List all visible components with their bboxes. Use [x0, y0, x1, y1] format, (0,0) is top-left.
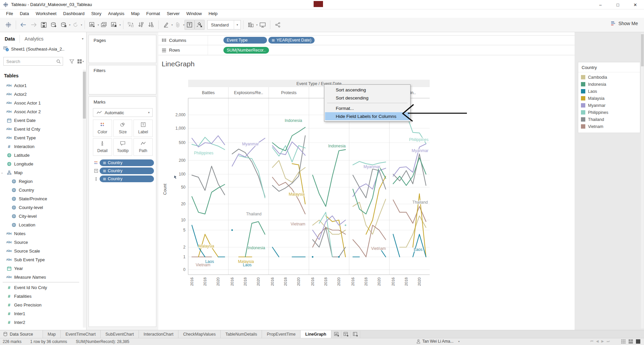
legend-item-myanmar[interactable]: Myanmar	[578, 102, 640, 109]
field-row-assoc-actor-1[interactable]: AbcAssoc Actor 1	[0, 98, 82, 107]
filters-card[interactable]: Filters	[89, 65, 156, 94]
pages-card[interactable]: Pages	[89, 35, 156, 63]
swap-rows-columns-icon[interactable]	[126, 20, 136, 30]
field-row-event-date[interactable]: Event Date	[0, 116, 82, 125]
user-account-dropdown[interactable]: Tan Wei Li Ama... ▾	[417, 339, 460, 344]
sheet-tab-data-source[interactable]: Data Source	[0, 330, 43, 338]
field-row-region[interactable]: Region	[0, 177, 82, 186]
minimize-button[interactable]: –	[592, 0, 609, 9]
right-scrollbar[interactable]	[641, 33, 644, 328]
highlight-icon[interactable]	[161, 20, 171, 30]
tableau-logo-icon[interactable]	[3, 20, 13, 30]
view-split-icon[interactable]	[629, 339, 633, 344]
new-worksheet-tab-icon[interactable]	[333, 331, 341, 338]
tooltip-button[interactable]: Tooltip	[113, 138, 132, 156]
tab-data[interactable]: Data	[0, 35, 19, 43]
field-row-fatalities[interactable]: #Fatalities	[0, 292, 82, 300]
sort-descending-icon[interactable]	[146, 20, 156, 30]
field-row-map[interactable]: ⌄Map	[0, 168, 82, 177]
menu-worksheet[interactable]: Worksheet	[32, 10, 60, 17]
menu-format[interactable]: Format	[143, 10, 163, 17]
show-text-labels-icon[interactable]	[184, 20, 195, 30]
search-input[interactable]	[3, 57, 63, 66]
field-row-city-level[interactable]: City-level	[0, 212, 82, 220]
field-row-interaction[interactable]: #Interaction	[0, 142, 82, 151]
data-pane-scrollbar[interactable]: ▾	[83, 70, 86, 328]
sheet-tab-eventtimechart[interactable]: EventTimeChart	[61, 330, 101, 338]
pill-country[interactable]: ⊞Country	[100, 159, 154, 166]
field-row-inter2[interactable]: #Inter2	[0, 318, 82, 327]
sheet-tab-interactionchart[interactable]: InteractionChart	[139, 330, 178, 338]
field-row-latitude[interactable]: Latitude	[0, 151, 82, 159]
field-row-notes[interactable]: AbcNotes	[0, 229, 82, 238]
undo-icon[interactable]	[18, 20, 29, 30]
nav-next-icon[interactable]: ▶	[601, 339, 604, 343]
filter-funnel-icon[interactable]	[69, 59, 74, 64]
save-icon[interactable]	[39, 20, 49, 30]
menu-map[interactable]: Map	[128, 10, 143, 17]
legend-item-philippines[interactable]: Philippines	[578, 109, 640, 116]
new-story-tab-icon[interactable]	[352, 331, 360, 338]
right-scrollbar-thumb[interactable]	[641, 34, 644, 66]
menu-data[interactable]: Data	[16, 10, 32, 17]
maximize-button[interactable]: □	[609, 0, 627, 9]
legend-item-cambodia[interactable]: Cambodia	[578, 74, 640, 81]
menu-dashboard[interactable]: Dashboard	[60, 10, 88, 17]
legend-item-indonesia[interactable]: Indonesia	[578, 81, 640, 88]
field-row-state-province[interactable]: State/Province	[0, 194, 82, 203]
field-row-geo-precision[interactable]: #Geo Precision	[0, 300, 82, 309]
nav-prev-icon[interactable]: ◀	[596, 339, 599, 343]
view-full-icon[interactable]	[636, 339, 640, 344]
data-source-item[interactable]: Sheet1 (Southeast-Asia_2..	[3, 46, 83, 52]
presentation-mode-icon[interactable]	[258, 20, 268, 30]
field-row-assoc-actor-2[interactable]: AbcAssoc Actor 2	[0, 107, 82, 116]
sheet-tab-propeventtime[interactable]: PropEventTime	[262, 330, 301, 338]
field-row-longitude[interactable]: Longitude	[0, 159, 82, 168]
field-row-county-level[interactable]: County-level	[0, 203, 82, 212]
scrollbar-thumb[interactable]	[83, 72, 86, 119]
view-grid-icon[interactable]	[621, 339, 626, 344]
pause-updates-icon[interactable]	[59, 20, 69, 30]
new-dashboard-tab-icon[interactable]	[342, 331, 351, 338]
color-button[interactable]: Color	[93, 120, 112, 137]
field-row-sub-event-type[interactable]: AbcSub Event Type	[0, 255, 82, 264]
refresh-icon[interactable]	[70, 20, 80, 30]
new-data-source-icon[interactable]	[49, 20, 59, 30]
show-me-button[interactable]: Show Me	[611, 21, 638, 26]
sheet-tab-map[interactable]: Map	[43, 330, 61, 338]
menu-server[interactable]: Server	[163, 10, 183, 17]
view-as-grid-icon[interactable]: ▾	[77, 59, 84, 64]
path-button[interactable]: Path	[133, 138, 153, 156]
field-row-year[interactable]: Year	[0, 264, 82, 273]
redo-icon[interactable]	[29, 20, 39, 30]
pill-event-type[interactable]: Event Type	[223, 37, 267, 44]
color-shelf-icon[interactable]	[92, 161, 100, 165]
size-button[interactable]: Size	[113, 120, 132, 137]
clear-sheet-caret-icon[interactable]: ▾	[119, 23, 121, 26]
refresh-caret-icon[interactable]: ▾	[81, 23, 82, 26]
clear-sheet-icon[interactable]	[109, 20, 119, 30]
menu-window[interactable]: Window	[183, 10, 205, 17]
sheet-tab-subeventchart[interactable]: SubEventChart	[101, 330, 139, 338]
fix-axes-pin-icon[interactable]	[195, 20, 205, 30]
field-row-source[interactable]: AbcSource	[0, 238, 82, 247]
legend-item-malaysia[interactable]: Malaysia	[578, 95, 640, 102]
new-worksheet-icon[interactable]	[87, 20, 97, 30]
field-row-source-scale[interactable]: AbcSource Scale	[0, 247, 82, 255]
field-row-country[interactable]: Country	[0, 186, 82, 194]
fit-selector-caret-icon[interactable]: ▾	[234, 20, 240, 29]
pill-country[interactable]: ⊞Country	[100, 167, 154, 174]
menu-help[interactable]: Help	[205, 10, 221, 17]
field-row-event-id-cnty[interactable]: AbcEvent Id Cnty	[0, 125, 82, 133]
field-row-event-id-no-cnty[interactable]: #Event Id No Cnty	[0, 283, 82, 292]
menu-story[interactable]: Story	[88, 10, 105, 17]
field-row-actor1[interactable]: AbcActor1	[0, 81, 82, 90]
sheet-tab-checkmapvalues[interactable]: CheckMapValues	[178, 330, 221, 338]
share-icon[interactable]	[273, 20, 283, 30]
columns-shelf[interactable]: Columns Event Type⊞YEAR(Event Date)	[158, 35, 575, 45]
sheet-tab-tablenumdetails[interactable]: TableNumDetails	[221, 330, 262, 338]
context-menu-item-sort-ascending[interactable]: Sort ascending	[325, 86, 410, 94]
legend-item-vietnam[interactable]: Vietnam	[578, 123, 640, 130]
duplicate-sheet-icon[interactable]	[99, 20, 109, 30]
legend-item-laos[interactable]: Laos	[578, 88, 640, 95]
